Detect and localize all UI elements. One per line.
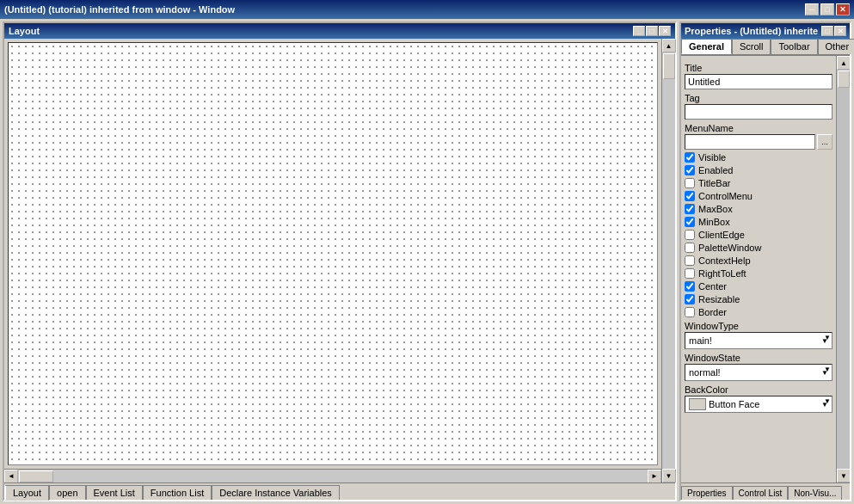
controlmenu-label: ControlMenu	[698, 191, 753, 201]
backcolor-select-wrapper: Button Face	[685, 396, 832, 413]
checkbox-maxbox: MaxBox	[685, 204, 832, 214]
layout-title: Layout	[9, 26, 40, 36]
properties-panel: Properties - (Untitled) inherite □ ✕ Gen…	[679, 22, 851, 501]
checkbox-resizable: Resizable	[685, 294, 832, 304]
layout-hscrollbar: ◄ ►	[4, 469, 661, 482]
props-restore-btn[interactable]: □	[821, 26, 833, 36]
windowtype-select[interactable]: main!	[685, 332, 832, 349]
windowstate-label: WindowState	[685, 353, 832, 363]
contexthelp-label: ContextHelp	[698, 255, 751, 266]
resizable-checkbox[interactable]	[685, 294, 695, 304]
center-checkbox[interactable]	[685, 281, 695, 292]
palettewindow-label: PaletteWindow	[698, 243, 761, 253]
checkbox-contexthelp: ContextHelp	[685, 255, 832, 266]
minbox-checkbox[interactable]	[685, 217, 695, 227]
tag-prop-value[interactable]	[685, 104, 832, 120]
properties-inner: Title Untitled Tag MenuName ... Visible	[681, 56, 836, 482]
maximize-button[interactable]: □	[820, 3, 834, 15]
windowtype-select-wrapper: main!	[685, 332, 832, 349]
properties-title: Properties - (Untitled) inherite	[685, 26, 818, 36]
tab-open[interactable]: open	[49, 485, 85, 500]
tab-declare-instance[interactable]: Declare Instance Variables	[212, 485, 340, 500]
props-scroll-thumb[interactable]	[838, 71, 850, 88]
checkbox-palettewindow: PaletteWindow	[685, 243, 832, 253]
clientedge-checkbox[interactable]	[685, 230, 695, 240]
checkbox-controlmenu: ControlMenu	[685, 191, 832, 201]
windowstate-select-wrapper: normal!	[685, 364, 832, 381]
title-bar-buttons: ─ □ ✕	[805, 3, 850, 15]
vscroll-thumb[interactable]	[663, 53, 675, 79]
palettewindow-checkbox[interactable]	[685, 243, 695, 253]
titlebar-label: TitleBar	[698, 178, 731, 188]
props-scroll-up-btn[interactable]: ▲	[837, 56, 850, 70]
close-button[interactable]: ✕	[836, 3, 850, 15]
backcolor-value: Button Face	[709, 399, 759, 409]
props-scroll-down-btn[interactable]: ▼	[837, 469, 850, 482]
menuname-prop-value[interactable]	[685, 134, 815, 150]
layout-vscrollbar: ▲ ▼	[661, 39, 675, 482]
windowstate-select[interactable]: normal!	[685, 364, 832, 381]
right-bottom-tab-bar: Properties Control List Non-Visu...	[681, 482, 850, 500]
layout-content: ◄ ► ▲ ▼ Layout open	[4, 39, 675, 500]
properties-panel-buttons: □ ✕	[821, 26, 846, 36]
menuname-browse-btn[interactable]: ...	[817, 134, 832, 150]
checkbox-titlebar: TitleBar	[685, 178, 832, 188]
clientedge-label: ClientEdge	[698, 230, 745, 240]
enabled-label: Enabled	[698, 165, 733, 175]
title-prop-value[interactable]: Untitled	[685, 74, 832, 89]
tab-properties-bottom[interactable]: Properties	[681, 486, 733, 500]
vscroll-up-btn[interactable]: ▲	[662, 39, 676, 52]
title-prop-label: Title	[685, 63, 832, 73]
resizable-label: Resizable	[698, 294, 740, 304]
hscroll-thumb[interactable]	[19, 470, 53, 482]
layout-panel-buttons: _ □ ✕	[633, 26, 671, 36]
border-checkbox[interactable]	[685, 307, 695, 317]
layout-minimize-btn[interactable]: _	[633, 26, 645, 36]
props-vscrollbar: ▲ ▼	[836, 56, 850, 482]
enabled-checkbox[interactable]	[685, 165, 695, 175]
righttoleft-checkbox[interactable]	[685, 268, 695, 279]
props-close-btn[interactable]: ✕	[834, 26, 846, 36]
contexthelp-checkbox[interactable]	[685, 255, 695, 266]
tab-function-list[interactable]: Function List	[143, 485, 212, 500]
properties-main: Title Untitled Tag MenuName ... Visible	[681, 56, 850, 482]
controlmenu-checkbox[interactable]	[685, 191, 695, 201]
tab-control-list[interactable]: Control List	[733, 486, 789, 500]
tab-event-list[interactable]: Event List	[86, 485, 143, 500]
layout-close-btn[interactable]: ✕	[659, 26, 671, 36]
border-label: Border	[698, 307, 727, 317]
layout-tab-bar: Layout open Event List Function List Dec…	[4, 482, 675, 500]
layout-title-bar: Layout _ □ ✕	[4, 23, 675, 39]
tab-other[interactable]: Other	[818, 39, 854, 54]
backcolor-select[interactable]: Button Face	[685, 396, 832, 413]
hscroll-right-btn[interactable]: ►	[648, 470, 661, 483]
tab-general[interactable]: General	[681, 39, 732, 54]
vscroll-down-btn[interactable]: ▼	[662, 469, 676, 482]
maxbox-checkbox[interactable]	[685, 204, 695, 214]
minbox-label: MinBox	[698, 217, 730, 227]
tab-scroll[interactable]: Scroll	[732, 39, 771, 54]
tab-non-visual[interactable]: Non-Visu...	[788, 486, 842, 500]
hscroll-track[interactable]	[18, 470, 648, 482]
layout-main-area: ◄ ► ▲ ▼	[4, 39, 675, 482]
center-label: Center	[698, 281, 727, 292]
backcolor-label: BackColor	[685, 384, 832, 395]
layout-canvas[interactable]	[8, 42, 658, 465]
visible-label: Visible	[698, 152, 726, 163]
hscroll-left-btn[interactable]: ◄	[4, 470, 18, 483]
vscroll-track[interactable]	[662, 52, 675, 469]
color-preview-swatch	[689, 398, 706, 410]
tab-toolbar[interactable]: Toolbar	[771, 39, 817, 54]
layout-panel: Layout _ □ ✕ ◄ ►	[3, 22, 677, 501]
checkbox-minbox: MinBox	[685, 217, 832, 227]
checkbox-righttoleft: RightToLeft	[685, 268, 832, 279]
properties-tabs: General Scroll Toolbar Other	[681, 39, 850, 56]
minimize-button[interactable]: ─	[805, 3, 819, 15]
visible-checkbox[interactable]	[685, 152, 695, 163]
tab-layout[interactable]: Layout	[4, 485, 49, 501]
titlebar-checkbox[interactable]	[685, 178, 695, 188]
layout-restore-btn[interactable]: □	[646, 26, 658, 36]
main-container: Layout _ □ ✕ ◄ ►	[0, 19, 854, 504]
props-scroll-track[interactable]	[837, 70, 850, 469]
menuname-prop-label: MenuName	[685, 123, 832, 133]
